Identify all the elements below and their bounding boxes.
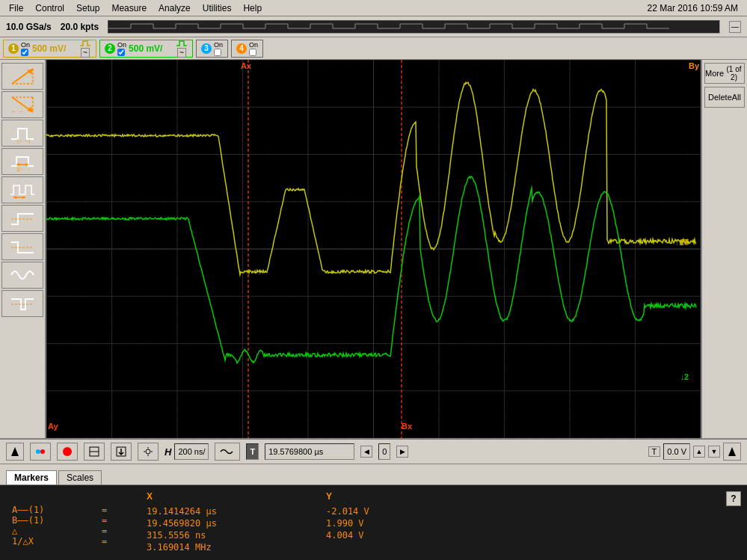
menu-help[interactable]: Help bbox=[237, 1, 268, 15]
ch1-wave-icon bbox=[79, 40, 91, 47]
menu-utilities[interactable]: Utilities bbox=[197, 1, 238, 15]
ch1-voltage: 500 mV/ bbox=[32, 43, 77, 54]
up-arrow-icon bbox=[11, 446, 19, 457]
svg-point-23 bbox=[36, 449, 40, 454]
trig-arrow-icon bbox=[728, 446, 736, 457]
tab-scales[interactable]: Scales bbox=[58, 470, 102, 484]
timebase-icon bbox=[35, 446, 46, 457]
brightness-icon bbox=[143, 446, 153, 457]
tool-fall-time[interactable] bbox=[1, 233, 43, 260]
ch1-on-label: On bbox=[21, 41, 30, 49]
tool-step-signal[interactable] bbox=[1, 205, 43, 232]
step-signal-icon bbox=[9, 208, 36, 229]
display-mode-btn[interactable] bbox=[84, 443, 105, 461]
brightness-btn[interactable] bbox=[138, 443, 159, 461]
tool-period[interactable] bbox=[1, 176, 43, 203]
minimize-button[interactable]: — bbox=[729, 21, 741, 33]
tool-pulse-width[interactable]: 1/←→ bbox=[1, 148, 43, 175]
menu-measure[interactable]: Measure bbox=[105, 1, 153, 15]
left-toolbar: ←→ |←→| 1/←→ bbox=[0, 60, 46, 438]
ch2-checkbox[interactable] bbox=[117, 49, 125, 56]
more-button[interactable]: More (1 of 2) bbox=[704, 63, 745, 84]
ch4-on-label: On bbox=[249, 41, 258, 49]
scope-area: ←→ |←→| 1/←→ bbox=[0, 60, 747, 560]
trigger-type[interactable]: T bbox=[246, 443, 259, 460]
wave-mode-icon bbox=[220, 446, 235, 457]
ay-label: Ay bbox=[48, 422, 58, 431]
ch2-number: 2 bbox=[105, 43, 115, 54]
trigger-arrow-btn[interactable] bbox=[723, 443, 741, 461]
menu-control[interactable]: Control bbox=[29, 1, 70, 15]
meas-delta-label: △ bbox=[12, 526, 72, 536]
meas-delta-x: 315.5556 ns bbox=[147, 530, 296, 541]
pos-right-btn[interactable]: ▶ bbox=[396, 446, 408, 458]
info-bar: 10.0 GSa/s 20.0 kpts — bbox=[0, 16, 747, 37]
tool-sine[interactable] bbox=[1, 262, 43, 289]
tool-diagonal-arrow[interactable] bbox=[1, 63, 43, 90]
save-icon bbox=[116, 446, 126, 457]
ch3-on-label: On bbox=[214, 41, 223, 49]
menu-analyze[interactable]: Analyze bbox=[153, 1, 197, 15]
trig-up-btn[interactable]: ▲ bbox=[693, 446, 705, 458]
pos-left-btn[interactable]: ◀ bbox=[360, 446, 372, 458]
memory-depth: 20.0 kpts bbox=[61, 22, 99, 32]
trig-down-btn[interactable]: ▼ bbox=[708, 446, 720, 458]
ch3-number: 3 bbox=[201, 43, 212, 54]
by-label: By bbox=[689, 61, 699, 70]
timebase-mode-btn[interactable] bbox=[30, 443, 51, 461]
menu-file[interactable]: File bbox=[3, 1, 29, 15]
trigger-up-btn[interactable] bbox=[6, 443, 24, 461]
measurements-area: A——(1) B——(1) △ 1/△X = = = = X 19.141426… bbox=[0, 485, 747, 560]
time-div-field[interactable]: 200 ns/ bbox=[174, 443, 209, 460]
record-btn[interactable] bbox=[57, 443, 78, 461]
ch1-number: 1 bbox=[8, 43, 19, 54]
delete-all-button[interactable]: Delete All bbox=[704, 87, 745, 108]
meas-inv-x: 3.169014 MHz bbox=[147, 542, 296, 553]
fall-time-icon bbox=[9, 236, 36, 257]
tabs-bar: Markers Scales bbox=[0, 464, 747, 485]
channel-1-ctrl[interactable]: 1 On 500 mV/ ~ bbox=[3, 40, 96, 58]
tool-pulse-rise[interactable]: |←→| bbox=[1, 120, 43, 147]
trigger-level-section: T 0.0 V ▲ ▼ bbox=[648, 443, 741, 461]
menu-setup[interactable]: Setup bbox=[70, 1, 105, 15]
ch1-trace-label: ↑1T bbox=[675, 238, 689, 247]
svg-point-24 bbox=[40, 449, 45, 454]
trigger-level-field[interactable]: 0.0 V bbox=[663, 443, 690, 460]
tab-markers[interactable]: Markers bbox=[6, 470, 57, 484]
ch1-coupling: ~ bbox=[81, 48, 90, 58]
trigger-label: T bbox=[648, 446, 661, 457]
time-position-field[interactable]: 19.5769800 µs bbox=[265, 443, 354, 460]
ch3-checkbox[interactable] bbox=[214, 49, 221, 56]
pulse-width-icon: 1/←→ bbox=[9, 151, 36, 172]
svg-point-25 bbox=[63, 447, 72, 456]
svg-point-30 bbox=[146, 449, 150, 454]
meas-y-header: Y bbox=[326, 491, 416, 502]
ch1-checkbox[interactable] bbox=[21, 49, 28, 56]
tool-step-down[interactable] bbox=[1, 290, 43, 317]
svg-text:1/←→: 1/←→ bbox=[16, 167, 31, 172]
meas-eq-col: = = = = bbox=[102, 491, 117, 554]
meas-b-label: B——(1) bbox=[12, 515, 72, 526]
ch2-trace-label: ↓2 bbox=[680, 372, 689, 381]
channel-3-ctrl[interactable]: 3 On bbox=[196, 40, 228, 58]
bottom-toolbar: H 200 ns/ T 19.5769800 µs ◀ 0 ▶ T 0.0 V bbox=[0, 438, 747, 464]
meas-a-x: 19.1414264 µs bbox=[147, 506, 296, 517]
help-button[interactable]: ? bbox=[726, 491, 741, 506]
period-icon bbox=[9, 179, 36, 200]
trigger-overview bbox=[108, 20, 720, 34]
datetime: 22 Mar 2016 10:59 AM bbox=[648, 3, 744, 13]
save-btn[interactable] bbox=[111, 443, 132, 461]
svg-text:|←→|: |←→| bbox=[17, 138, 31, 144]
meas-inv-label: 1/△X bbox=[12, 536, 72, 547]
h-label: H bbox=[165, 446, 171, 458]
bx-label: Bx bbox=[402, 422, 412, 431]
wave-mode-btn[interactable] bbox=[215, 443, 240, 461]
trigger-wave-svg bbox=[108, 21, 719, 31]
channel-4-ctrl[interactable]: 4 On bbox=[231, 40, 263, 58]
ch2-wave-icon bbox=[176, 40, 188, 47]
tool-diagonal-arrow2[interactable]: ←→ bbox=[1, 91, 43, 118]
ch4-checkbox[interactable] bbox=[249, 49, 256, 56]
ch2-on-label: On bbox=[117, 41, 126, 49]
channel-2-ctrl[interactable]: 2 On 500 mV/ ~ bbox=[99, 40, 193, 58]
timebase-section: H 200 ns/ bbox=[165, 443, 209, 460]
